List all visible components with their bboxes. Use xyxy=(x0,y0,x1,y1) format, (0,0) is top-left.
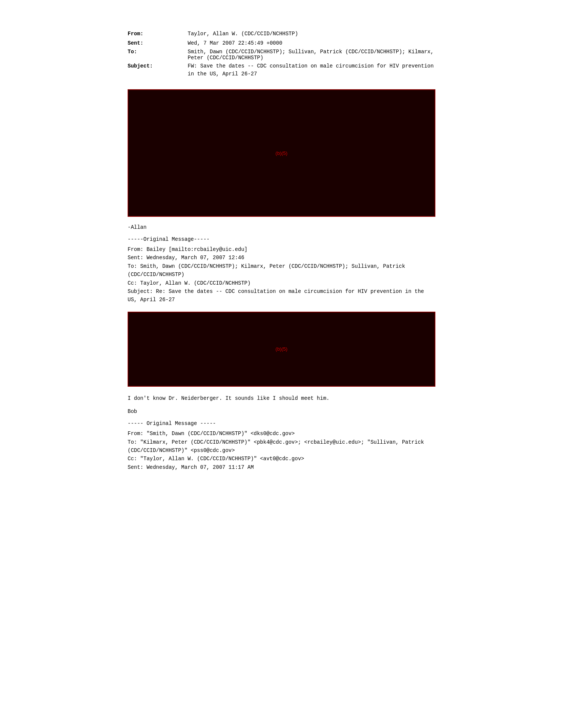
to-value: Smith, Dawn (CDC/CCID/NCHHSTP); Sullivan… xyxy=(188,49,435,61)
to-row: To: Smith, Dawn (CDC/CCID/NCHHSTP); Sull… xyxy=(128,49,435,61)
om-divider-2: ----- Original Message ----- xyxy=(128,420,435,426)
paragraph-1: I don't know Dr. Neiderberger. It sounds… xyxy=(128,394,435,402)
original-message-2: From: "Smith, Dawn (CDC/CCID/NCHHSTP)" <… xyxy=(128,429,435,471)
redacted-label-2: (b)(5) xyxy=(275,346,288,352)
sent-value: Wed, 7 Mar 2007 22:45:49 +0000 xyxy=(188,39,435,47)
signature-2: Bob xyxy=(128,408,435,414)
signature-text-1: -Allan xyxy=(128,224,146,230)
om-cc-1: Cc: Taylor, Allan W. (CDC/CCID/NCHHSTP) xyxy=(128,279,435,287)
om-from-2: From: "Smith, Dawn (CDC/CCID/NCHHSTP)" <… xyxy=(128,429,435,438)
om-to-1: To: Smith, Dawn (CDC/CCID/NCHHSTP); Kilm… xyxy=(128,262,435,279)
paragraph-text-1: I don't know Dr. Neiderberger. It sounds… xyxy=(128,395,330,401)
signature-text-2: Bob xyxy=(128,408,137,414)
redacted-block-2: (b)(5) xyxy=(128,312,435,387)
signature-1: -Allan xyxy=(128,224,435,230)
om-sent-1: Sent: Wednesday, March 07, 2007 12:46 xyxy=(128,254,435,262)
om-cc-2: Cc: "Taylor, Allan W. (CDC/CCID/NCHHSTP)… xyxy=(128,455,435,463)
original-message-divider-2: ----- Original Message ----- xyxy=(128,420,435,426)
om-sent-2: Sent: Wednesday, March 07, 2007 11:17 AM xyxy=(128,463,435,471)
redacted-label-1: (b)(5) xyxy=(275,150,288,156)
original-message-1: From: Bailey [mailto:rcbailey@uic.edu] S… xyxy=(128,245,435,304)
om-from-1: From: Bailey [mailto:rcbailey@uic.edu] xyxy=(128,245,435,254)
sent-label: Sent: xyxy=(128,39,188,47)
subject-value: FW: Save the dates -- CDC consultation o… xyxy=(188,62,435,78)
from-value: Taylor, Allan W. (CDC/CCID/NCHHSTP) xyxy=(188,30,435,38)
om-divider-1: -----Original Message----- xyxy=(128,236,435,242)
om-subject-1: Subject: Re: Save the dates -- CDC consu… xyxy=(128,287,435,304)
om-to-2: To: "Kilmarx, Peter (CDC/CCID/NCHHSTP)" … xyxy=(128,438,435,455)
original-message-divider-1: -----Original Message----- xyxy=(128,236,435,242)
email-header: From: Taylor, Allan W. (CDC/CCID/NCHHSTP… xyxy=(128,30,435,78)
subject-row: Subject: FW: Save the dates -- CDC consu… xyxy=(128,62,435,78)
to-label: To: xyxy=(128,49,188,61)
from-label: From: xyxy=(128,30,188,38)
sent-row: Sent: Wed, 7 Mar 2007 22:45:49 +0000 xyxy=(128,39,435,47)
email-document: From: Taylor, Allan W. (CDC/CCID/NCHHSTP… xyxy=(113,0,450,504)
from-row: From: Taylor, Allan W. (CDC/CCID/NCHHSTP… xyxy=(128,30,435,38)
redacted-block-1: (b)(5) xyxy=(128,89,435,217)
subject-label: Subject: xyxy=(128,62,188,78)
